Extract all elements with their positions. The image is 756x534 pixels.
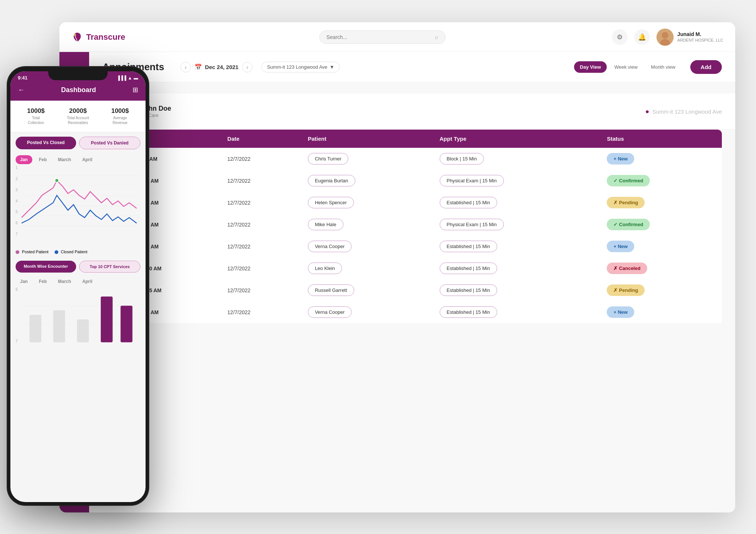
appt-type-pill-1[interactable]: Physical Exam | 15 Min [440, 175, 504, 186]
cell-status-2: ✗ Pending [599, 192, 722, 214]
month-view-tab[interactable]: Month view [645, 61, 681, 73]
cell-patient-4: Verna Cooper [300, 235, 432, 257]
cell-date-3: 12/7/2022 [220, 214, 300, 235]
search-input[interactable] [326, 34, 432, 40]
col-status: Status [599, 130, 722, 148]
tab-month-encounter[interactable]: Month Wise Encounter [16, 261, 76, 273]
stat-value-0: 1000$ [16, 107, 56, 115]
app-window: Transcure ⌕ ⚙ 🔔 Junaid M [59, 22, 735, 512]
tab-posted-closed[interactable]: Posted Vs Closed [16, 137, 76, 149]
location-select[interactable]: Summ-it 123 Longwood Ave ▼ [261, 62, 340, 72]
patient-pill-4[interactable]: Verna Cooper [308, 241, 352, 252]
cell-appt-type-3: Physical Exam | 15 Min [432, 214, 600, 235]
cell-appt-type-6: Established | 15 Min [432, 279, 600, 301]
cell-patient-2: Helen Spencer [300, 192, 432, 214]
phone-stats: 1000$ TotalCollection 2000$ Total Accoun… [10, 101, 146, 132]
appt-type-pill-4[interactable]: Established | 15 Min [440, 241, 497, 252]
appt-type-pill-2[interactable]: Established | 15 Min [440, 197, 497, 208]
cell-patient-1: Eugenia Burtan [300, 170, 432, 192]
logo: Transcure [71, 31, 153, 43]
status-badge-4[interactable]: + New [607, 241, 634, 252]
month-april[interactable]: April [78, 155, 97, 164]
phone-line-chart: 7 6 5 4 3 2 1 [10, 166, 146, 247]
status-badge-3[interactable]: ✓ Confirmed [607, 219, 650, 230]
patient-pill-0[interactable]: Chris Turner [308, 153, 349, 165]
phone-month-tabs-2: Jan Feb March April [10, 276, 146, 287]
search-bar: ⌕ [153, 30, 612, 44]
month2-feb[interactable]: Feb [35, 277, 51, 286]
month-feb[interactable]: Feb [35, 155, 51, 164]
day-view-tab[interactable]: Day View [574, 61, 607, 73]
search-icon: ⌕ [435, 34, 439, 40]
patient-pill-3[interactable]: Mike Hale [308, 219, 343, 230]
stat-total-receivables: 2000$ Total AccountReceivables [58, 107, 98, 125]
logo-icon [71, 31, 83, 43]
cell-appt-type-0: Block | 15 Min [432, 148, 600, 170]
phone-notch [48, 67, 108, 80]
svg-rect-13 [121, 306, 133, 342]
doctor-bar: Dr. John Doe Pri-Med Care ● Summ-it 123 … [89, 94, 735, 130]
appointments-table: Time Date Patient Appt Type Status 8:45A… [102, 130, 722, 323]
appt-type-pill-7[interactable]: Established | 15 Min [440, 306, 497, 318]
stat-label-1: Total AccountReceivables [58, 115, 98, 125]
month-jan[interactable]: Jan [16, 155, 32, 164]
calendar-icon: 📅 [195, 64, 202, 71]
patient-pill-6[interactable]: Russell Garrett [308, 284, 354, 296]
status-badge-6[interactable]: ✗ Pending [607, 284, 645, 296]
appt-type-pill-0[interactable]: Block | 15 Min [440, 153, 484, 165]
month-march[interactable]: March [53, 155, 75, 164]
prev-date-button[interactable]: ‹ [180, 62, 191, 72]
month2-april[interactable]: April [78, 277, 97, 286]
status-badge-1[interactable]: ✓ Confirmed [607, 175, 650, 186]
phone-dashboard-title: Dashboard [61, 86, 96, 94]
patient-pill-7[interactable]: Verna Cooper [308, 306, 352, 318]
svg-rect-12 [101, 297, 113, 342]
add-button[interactable]: Add [690, 60, 722, 74]
table-row: 9:00 AM 12/7/2022 Verna Cooper Establish… [102, 301, 722, 323]
chart-y-axis: 7 6 5 4 3 2 1 [16, 166, 18, 236]
location-text: Summ-it 123 Longwood Ave [267, 64, 327, 70]
appt-type-pill-6[interactable]: Established | 15 Min [440, 284, 497, 296]
notifications-button[interactable]: 🔔 [634, 29, 650, 45]
cell-date-6: 12/7/2022 [220, 279, 300, 301]
table-row: 10:15 AM 12/7/2022 Russell Garrett Estab… [102, 279, 722, 301]
table-header: Time Date Patient Appt Type Status [102, 130, 722, 148]
next-date-button[interactable]: › [242, 62, 252, 72]
search-input-wrap[interactable]: ⌕ [319, 30, 446, 44]
week-view-tab[interactable]: Week view [608, 61, 643, 73]
cell-patient-7: Verna Cooper [300, 301, 432, 323]
user-profile[interactable]: Junaid M. ARDENT HOSPICE, LLC [656, 29, 723, 46]
status-badge-0[interactable]: + New [607, 153, 634, 165]
grid-icon[interactable]: ⊞ [133, 86, 138, 94]
status-badge-7[interactable]: + New [607, 306, 634, 318]
stat-label-2: AverageRevenue [100, 115, 140, 125]
phone-frame: 9:41 ▐▐▐ ▲ ▬ ← Dashboard ⊞ 1000$ TotalCo… [7, 67, 149, 505]
user-org: ARDENT HOSPICE, LLC [677, 38, 723, 43]
appt-type-pill-5[interactable]: Established | 15 Min [440, 263, 497, 274]
user-avatar [656, 29, 674, 46]
location-pin-icon: ● [645, 108, 649, 115]
status-badge-5[interactable]: ✗ Canceled [607, 263, 647, 274]
month2-march[interactable]: March [53, 277, 75, 286]
tab-posted-denied[interactable]: Posted Vs Danied [79, 137, 140, 149]
patient-pill-2[interactable]: Helen Spencer [308, 197, 354, 208]
cell-status-4: + New [599, 235, 722, 257]
doctor-location-text: Summ-it 123 Longwood Ave [652, 108, 722, 115]
back-icon[interactable]: ← [18, 86, 25, 94]
chart2-y-axis: 7 6 [16, 287, 18, 343]
cell-appt-type-7: Established | 15 Min [432, 301, 600, 323]
settings-button[interactable]: ⚙ [612, 29, 628, 45]
wifi-icon: ▲ [128, 75, 132, 81]
cell-patient-0: Chris Turner [300, 148, 432, 170]
main-layout: ☰ ⌂ 👤 Appoinments ‹ 📅 Dec 24, 2021 › Sum… [59, 52, 735, 512]
table-row: 10:00 AM 12/7/2022 Leo Klein Established… [102, 257, 722, 279]
month2-jan[interactable]: Jan [16, 277, 32, 286]
status-badge-2[interactable]: ✗ Pending [607, 197, 645, 208]
patient-pill-1[interactable]: Eugenia Burtan [308, 175, 355, 186]
appt-type-pill-3[interactable]: Physical Exam | 15 Min [440, 219, 504, 230]
cell-status-0: + New [599, 148, 722, 170]
cell-date-4: 12/7/2022 [220, 235, 300, 257]
cell-status-6: ✗ Pending [599, 279, 722, 301]
tab-cpt-services[interactable]: Top 10 CPT Services [79, 261, 140, 273]
patient-pill-5[interactable]: Leo Klein [308, 263, 342, 274]
